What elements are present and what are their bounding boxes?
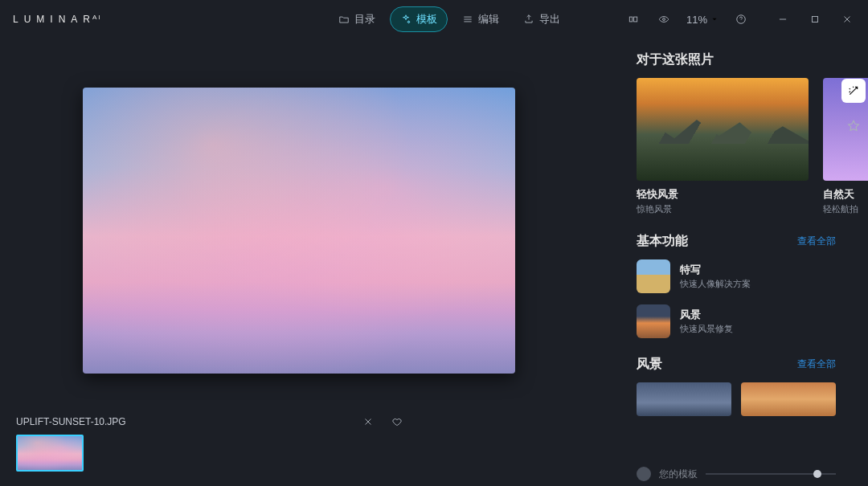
section-basic: 基本功能 — [637, 233, 688, 250]
add-button[interactable] — [298, 10, 317, 29]
template-sub: 轻松航拍 — [823, 203, 868, 215]
compare-icon[interactable] — [625, 11, 641, 27]
list-sub: 快速风景修复 — [680, 323, 733, 335]
sliders-icon — [462, 14, 473, 25]
scenery-card[interactable] — [741, 382, 836, 416]
list-title: 风景 — [680, 308, 733, 322]
nav-templates[interactable]: 模板 — [390, 6, 448, 32]
nav-catalog[interactable]: 目录 — [329, 7, 385, 31]
svg-rect-1 — [634, 17, 637, 22]
zoom-control[interactable]: 11% — [686, 14, 719, 26]
basic-item-landscape[interactable]: 风景 快速风景修复 — [637, 304, 868, 338]
svg-rect-0 — [629, 17, 633, 22]
magic-button[interactable] — [841, 79, 866, 103]
basic-item-portrait[interactable]: 特写 快速人像解决方案 — [637, 259, 868, 293]
template-title: 轻快风景 — [637, 187, 809, 202]
favorite-button[interactable] — [389, 414, 405, 430]
list-sub: 快速人像解决方案 — [680, 278, 751, 290]
svg-rect-4 — [812, 17, 817, 22]
app-logo: LUMINARAI — [13, 14, 102, 25]
nav-export[interactable]: 导出 — [514, 7, 570, 31]
export-icon — [523, 14, 534, 25]
list-thumb — [637, 304, 670, 338]
list-thumb — [637, 259, 670, 293]
main-photo[interactable] — [83, 88, 515, 374]
intensity-slider[interactable] — [706, 473, 836, 475]
window-close[interactable] — [839, 11, 855, 27]
star-button[interactable] — [841, 114, 866, 138]
template-thumb — [637, 78, 809, 181]
filename-label: UPLIFT-SUNSET-10.JPG — [16, 416, 126, 427]
nav-edit[interactable]: 编辑 — [452, 7, 509, 31]
top-nav: 目录 模板 编辑 导出 — [298, 6, 570, 32]
window-minimize[interactable] — [775, 11, 791, 27]
your-templates-label: 您的模板 — [659, 468, 698, 481]
view-all-scenery[interactable]: 查看全部 — [797, 357, 836, 371]
section-scenery: 风景 — [637, 356, 662, 373]
preview-icon[interactable] — [656, 11, 672, 27]
svg-point-2 — [662, 18, 665, 21]
template-sub: 惊艳风景 — [637, 203, 809, 215]
template-title: 自然天 — [823, 187, 868, 202]
section-for-this-photo: 对于这张照片 — [637, 51, 868, 68]
sparkle-icon — [400, 14, 411, 25]
help-icon[interactable] — [733, 11, 749, 27]
view-all-basic[interactable]: 查看全部 — [797, 235, 836, 248]
user-template-dot — [637, 467, 651, 481]
folder-icon — [338, 14, 350, 25]
template-card[interactable]: 轻快风景 惊艳风景 — [637, 78, 809, 215]
chevron-down-icon — [710, 15, 719, 23]
list-title: 特写 — [680, 263, 751, 277]
window-maximize[interactable] — [807, 11, 823, 27]
scenery-card[interactable] — [637, 382, 731, 416]
reject-button[interactable] — [360, 414, 376, 430]
filmstrip-thumb[interactable] — [16, 435, 84, 472]
